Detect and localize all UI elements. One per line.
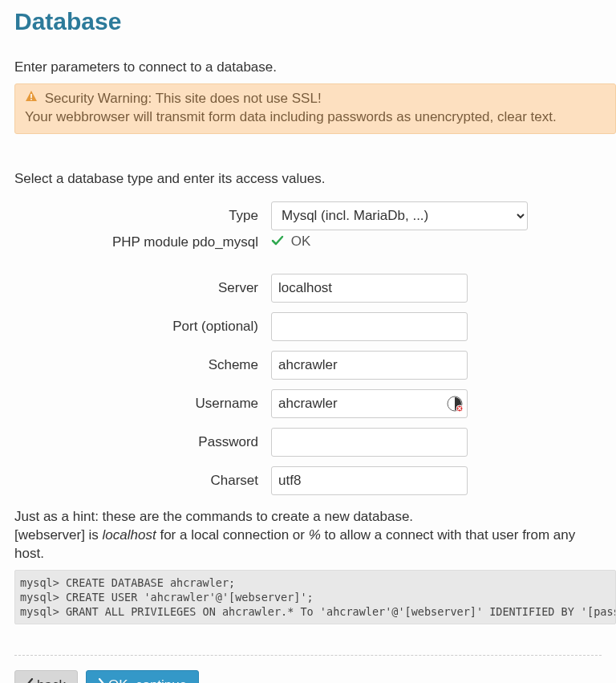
username-label: Username [14,396,271,412]
php-module-status: OK [271,234,310,251]
password-input[interactable] [271,428,468,457]
warning-icon [25,90,38,108]
check-icon [271,235,288,250]
separator [14,655,602,656]
charset-input[interactable] [271,466,468,495]
chevron-left-icon [26,677,34,683]
continue-button-label: OK, continue [108,677,187,683]
warning-line2: Your webbrowser will transmit form data … [25,109,557,124]
username-input[interactable] [271,389,468,418]
server-input[interactable] [271,274,468,303]
type-label: Type [14,208,271,224]
scheme-input[interactable] [271,351,468,380]
hint-text: Just as a hint: these are the commands t… [14,508,602,563]
back-button-label: back [37,677,66,683]
chevron-right-icon [98,677,105,683]
type-select[interactable]: Mysql (incl. MariaDb, ...) [271,201,528,230]
continue-button[interactable]: OK, continue [86,670,199,683]
port-label: Port (optional) [14,319,271,335]
page-title: Database [14,8,602,35]
port-input[interactable] [271,312,468,341]
svg-rect-1 [30,99,32,100]
password-manager-icon[interactable] [447,396,463,412]
section-intro: Select a database type and enter its acc… [14,171,602,187]
charset-label: Charset [14,473,271,489]
server-label: Server [14,280,271,296]
warning-line1: Security Warning: This site does not use… [45,91,322,106]
intro-text: Enter parameters to connect to a databas… [14,59,602,75]
ssl-warning-box: Security Warning: This site does not use… [14,83,616,134]
password-label: Password [14,434,271,450]
sql-commands: mysql> CREATE DATABASE ahcrawler; mysql>… [14,570,616,625]
svg-rect-0 [30,94,32,98]
scheme-label: Scheme [14,357,271,373]
back-button[interactable]: back [14,670,78,683]
php-module-label: PHP module pdo_mysql [14,234,271,250]
